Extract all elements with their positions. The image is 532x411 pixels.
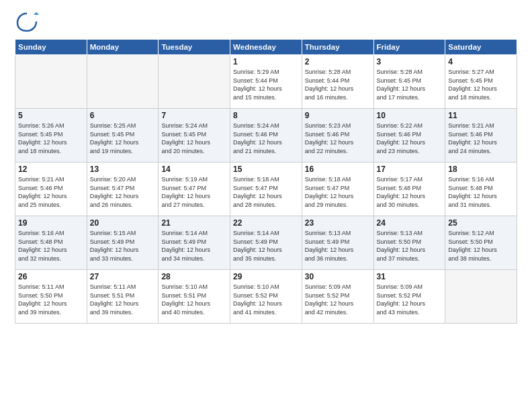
day-info: Sunrise: 5:10 AM Sunset: 5:51 PM Dayligh… bbox=[161, 283, 227, 316]
day-info: Sunrise: 5:18 AM Sunset: 5:47 PM Dayligh… bbox=[233, 175, 299, 209]
day-number: 30 bbox=[305, 272, 371, 281]
day-number: 13 bbox=[90, 165, 156, 174]
day-info: Sunrise: 5:22 AM Sunset: 5:46 PM Dayligh… bbox=[377, 122, 443, 155]
calendar-cell: 5Sunrise: 5:26 AM Sunset: 5:45 PM Daylig… bbox=[15, 109, 87, 163]
calendar-cell: 22Sunrise: 5:14 AM Sunset: 5:49 PM Dayli… bbox=[230, 216, 302, 270]
day-info: Sunrise: 5:10 AM Sunset: 5:52 PM Dayligh… bbox=[233, 283, 299, 316]
day-number: 1 bbox=[233, 57, 299, 66]
calendar-cell: 1Sunrise: 5:29 AM Sunset: 5:44 PM Daylig… bbox=[230, 55, 302, 109]
day-info: Sunrise: 5:19 AM Sunset: 5:47 PM Dayligh… bbox=[161, 175, 227, 209]
calendar-cell: 31Sunrise: 5:09 AM Sunset: 5:52 PM Dayli… bbox=[373, 270, 445, 324]
day-number: 8 bbox=[233, 111, 299, 120]
calendar-cell: 15Sunrise: 5:18 AM Sunset: 5:47 PM Dayli… bbox=[230, 163, 302, 216]
weekday-header-thursday: Thursday bbox=[302, 40, 373, 55]
day-number: 21 bbox=[161, 218, 227, 228]
day-number: 7 bbox=[161, 111, 227, 120]
calendar-cell: 10Sunrise: 5:22 AM Sunset: 5:46 PM Dayli… bbox=[373, 109, 445, 163]
day-number: 11 bbox=[448, 111, 514, 120]
day-number: 9 bbox=[305, 111, 371, 120]
day-info: Sunrise: 5:17 AM Sunset: 5:48 PM Dayligh… bbox=[377, 175, 443, 209]
day-number: 2 bbox=[305, 57, 371, 66]
calendar-cell bbox=[445, 270, 517, 324]
day-number: 18 bbox=[448, 165, 514, 174]
day-info: Sunrise: 5:18 AM Sunset: 5:47 PM Dayligh… bbox=[305, 175, 371, 209]
calendar-cell: 27Sunrise: 5:11 AM Sunset: 5:51 PM Dayli… bbox=[87, 270, 159, 324]
calendar-cell: 2Sunrise: 5:28 AM Sunset: 5:44 PM Daylig… bbox=[302, 55, 373, 109]
day-info: Sunrise: 5:13 AM Sunset: 5:49 PM Dayligh… bbox=[305, 229, 371, 263]
calendar-cell: 13Sunrise: 5:20 AM Sunset: 5:47 PM Dayli… bbox=[87, 163, 159, 216]
day-info: Sunrise: 5:14 AM Sunset: 5:49 PM Dayligh… bbox=[233, 229, 299, 263]
page: SundayMondayTuesdayWednesdayThursdayFrid… bbox=[0, 0, 532, 411]
calendar-cell: 28Sunrise: 5:10 AM Sunset: 5:51 PM Dayli… bbox=[159, 270, 230, 324]
logo bbox=[15, 12, 42, 32]
day-info: Sunrise: 5:29 AM Sunset: 5:44 PM Dayligh… bbox=[233, 68, 299, 101]
weekday-header-saturday: Saturday bbox=[445, 40, 517, 55]
calendar-cell: 26Sunrise: 5:11 AM Sunset: 5:50 PM Dayli… bbox=[15, 270, 87, 324]
day-number: 4 bbox=[448, 57, 514, 66]
weekday-header-wednesday: Wednesday bbox=[230, 40, 302, 55]
header bbox=[15, 12, 517, 32]
day-number: 25 bbox=[448, 218, 514, 228]
week-row-1: 1Sunrise: 5:29 AM Sunset: 5:44 PM Daylig… bbox=[15, 55, 517, 109]
weekday-header-row: SundayMondayTuesdayWednesdayThursdayFrid… bbox=[15, 40, 517, 55]
day-number: 17 bbox=[377, 165, 443, 174]
day-number: 26 bbox=[18, 272, 84, 281]
day-info: Sunrise: 5:23 AM Sunset: 5:46 PM Dayligh… bbox=[305, 122, 371, 155]
calendar-cell: 20Sunrise: 5:15 AM Sunset: 5:49 PM Dayli… bbox=[87, 216, 159, 270]
svg-marker-0 bbox=[34, 12, 39, 15]
calendar-cell bbox=[15, 55, 87, 109]
calendar-cell: 11Sunrise: 5:21 AM Sunset: 5:46 PM Dayli… bbox=[445, 109, 517, 163]
day-number: 29 bbox=[233, 272, 299, 281]
calendar-cell: 23Sunrise: 5:13 AM Sunset: 5:49 PM Dayli… bbox=[302, 216, 373, 270]
calendar-cell: 12Sunrise: 5:21 AM Sunset: 5:46 PM Dayli… bbox=[15, 163, 87, 216]
calendar-cell: 25Sunrise: 5:12 AM Sunset: 5:50 PM Dayli… bbox=[445, 216, 517, 270]
calendar: SundayMondayTuesdayWednesdayThursdayFrid… bbox=[15, 39, 517, 324]
calendar-cell: 16Sunrise: 5:18 AM Sunset: 5:47 PM Dayli… bbox=[302, 163, 373, 216]
logo-svg bbox=[15, 12, 39, 32]
calendar-cell: 19Sunrise: 5:16 AM Sunset: 5:48 PM Dayli… bbox=[15, 216, 87, 270]
week-row-4: 19Sunrise: 5:16 AM Sunset: 5:48 PM Dayli… bbox=[15, 216, 517, 270]
weekday-header-friday: Friday bbox=[373, 40, 445, 55]
day-number: 12 bbox=[18, 165, 84, 174]
day-number: 27 bbox=[90, 272, 156, 281]
calendar-cell bbox=[159, 55, 230, 109]
week-row-2: 5Sunrise: 5:26 AM Sunset: 5:45 PM Daylig… bbox=[15, 109, 517, 163]
day-number: 20 bbox=[90, 218, 156, 228]
calendar-cell: 29Sunrise: 5:10 AM Sunset: 5:52 PM Dayli… bbox=[230, 270, 302, 324]
day-number: 14 bbox=[161, 165, 227, 174]
weekday-header-sunday: Sunday bbox=[15, 40, 87, 55]
calendar-cell: 8Sunrise: 5:24 AM Sunset: 5:46 PM Daylig… bbox=[230, 109, 302, 163]
day-info: Sunrise: 5:21 AM Sunset: 5:46 PM Dayligh… bbox=[448, 122, 514, 155]
day-info: Sunrise: 5:20 AM Sunset: 5:47 PM Dayligh… bbox=[90, 175, 156, 209]
day-info: Sunrise: 5:15 AM Sunset: 5:49 PM Dayligh… bbox=[90, 229, 156, 263]
day-info: Sunrise: 5:16 AM Sunset: 5:48 PM Dayligh… bbox=[18, 229, 84, 263]
day-info: Sunrise: 5:25 AM Sunset: 5:45 PM Dayligh… bbox=[90, 122, 156, 155]
calendar-cell: 18Sunrise: 5:16 AM Sunset: 5:48 PM Dayli… bbox=[445, 163, 517, 216]
day-info: Sunrise: 5:11 AM Sunset: 5:50 PM Dayligh… bbox=[18, 283, 84, 316]
day-info: Sunrise: 5:28 AM Sunset: 5:44 PM Dayligh… bbox=[305, 68, 371, 101]
calendar-cell: 3Sunrise: 5:28 AM Sunset: 5:45 PM Daylig… bbox=[373, 55, 445, 109]
day-number: 15 bbox=[233, 165, 299, 174]
calendar-cell: 30Sunrise: 5:09 AM Sunset: 5:52 PM Dayli… bbox=[302, 270, 373, 324]
day-number: 24 bbox=[377, 218, 443, 228]
day-info: Sunrise: 5:09 AM Sunset: 5:52 PM Dayligh… bbox=[377, 283, 443, 316]
day-number: 31 bbox=[377, 272, 443, 281]
calendar-cell: 21Sunrise: 5:14 AM Sunset: 5:49 PM Dayli… bbox=[159, 216, 230, 270]
day-number: 19 bbox=[18, 218, 84, 228]
day-info: Sunrise: 5:27 AM Sunset: 5:45 PM Dayligh… bbox=[448, 68, 514, 101]
day-info: Sunrise: 5:24 AM Sunset: 5:46 PM Dayligh… bbox=[233, 122, 299, 155]
calendar-cell: 17Sunrise: 5:17 AM Sunset: 5:48 PM Dayli… bbox=[373, 163, 445, 216]
day-info: Sunrise: 5:21 AM Sunset: 5:46 PM Dayligh… bbox=[18, 175, 84, 209]
day-info: Sunrise: 5:16 AM Sunset: 5:48 PM Dayligh… bbox=[448, 175, 514, 209]
day-number: 3 bbox=[377, 57, 443, 66]
day-info: Sunrise: 5:12 AM Sunset: 5:50 PM Dayligh… bbox=[448, 229, 514, 263]
day-info: Sunrise: 5:26 AM Sunset: 5:45 PM Dayligh… bbox=[18, 122, 84, 155]
day-info: Sunrise: 5:09 AM Sunset: 5:52 PM Dayligh… bbox=[305, 283, 371, 316]
day-info: Sunrise: 5:13 AM Sunset: 5:50 PM Dayligh… bbox=[377, 229, 443, 263]
day-info: Sunrise: 5:28 AM Sunset: 5:45 PM Dayligh… bbox=[377, 68, 443, 101]
calendar-cell: 14Sunrise: 5:19 AM Sunset: 5:47 PM Dayli… bbox=[159, 163, 230, 216]
day-number: 10 bbox=[377, 111, 443, 120]
calendar-cell: 4Sunrise: 5:27 AM Sunset: 5:45 PM Daylig… bbox=[445, 55, 517, 109]
week-row-5: 26Sunrise: 5:11 AM Sunset: 5:50 PM Dayli… bbox=[15, 270, 517, 324]
calendar-cell bbox=[87, 55, 159, 109]
